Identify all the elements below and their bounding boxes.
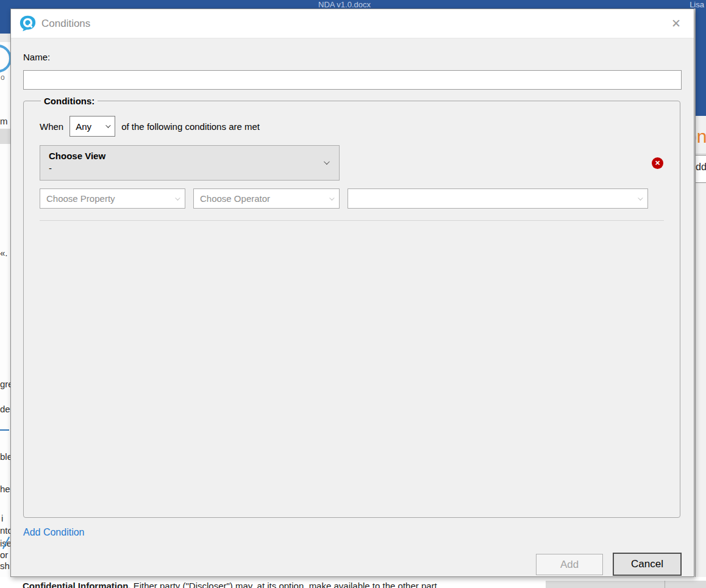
dialog-title: Conditions <box>41 18 90 30</box>
doc-fragment: or <box>0 550 8 560</box>
word-titlebar: NDA v1.0.docx Lisa <box>0 0 706 9</box>
doc-fragment: m <box>0 117 8 126</box>
conditions-dialog: Conditions ✕ Name: Conditions: When Any … <box>10 9 694 577</box>
view-select-value: - <box>49 163 330 173</box>
condition-block: Choose View - ✕ <box>40 145 664 181</box>
doc-fragment: nto <box>0 526 10 536</box>
conditions-legend: Conditions: <box>41 96 98 106</box>
screen: NDA v1.0.docx Lisa o m «. gre de ble he … <box>0 0 706 588</box>
dialog-body: Name: Conditions: When Any of the follow… <box>11 52 694 538</box>
doc-fragment: gre <box>0 379 10 389</box>
view-select-label: Choose View <box>49 151 330 161</box>
background-scrollbar-area <box>546 581 706 588</box>
cancel-button[interactable]: Cancel <box>613 553 682 576</box>
pane-separator <box>696 154 706 154</box>
doc-fragment: o <box>1 73 5 82</box>
doc-fragment: i <box>1 514 3 523</box>
background-document-bottom: Confidential Information. Either party (… <box>0 577 706 588</box>
doc-fragment: sh <box>0 561 10 571</box>
background-taskpane-right: on dd. <box>695 0 706 588</box>
taskpane-blue-edge <box>696 0 706 116</box>
match-mode-select[interactable]: Any <box>70 116 115 137</box>
document-title: NDA v1.0.docx <box>318 0 371 9</box>
condition-divider <box>40 220 664 221</box>
pane-circle-logo-icon <box>0 41 10 76</box>
operator-placeholder: Choose Operator <box>200 193 270 204</box>
name-input[interactable] <box>23 70 682 90</box>
match-mode-value: Any <box>76 121 91 132</box>
pane-add-button-fragment: dd. <box>696 155 706 183</box>
doc-fragment: «. <box>0 248 8 258</box>
chevron-down-icon <box>329 195 334 200</box>
name-label: Name: <box>23 52 682 62</box>
condition-fields-row: Choose Property Choose Operator <box>40 188 664 209</box>
view-select[interactable]: Choose View - <box>40 145 340 181</box>
dialog-titlebar: Conditions ✕ <box>11 9 694 38</box>
match-mode-row: When Any of the following conditions are… <box>40 116 664 137</box>
app-logo-icon <box>20 15 36 32</box>
background-document-left: o m «. gre de ble he i nto ise or sh <box>0 0 10 588</box>
property-select[interactable]: Choose Property <box>40 188 185 209</box>
close-button[interactable]: ✕ <box>667 15 685 33</box>
pane-heading-fragment: on <box>695 126 706 147</box>
value-select[interactable] <box>348 188 648 209</box>
doc-bottom-line-bold: Confidential Information. <box>23 581 131 588</box>
conditions-fieldset: Conditions: When Any of the following co… <box>23 96 680 518</box>
chevron-down-icon <box>175 195 180 200</box>
add-condition-link[interactable]: Add Condition <box>23 527 85 538</box>
doc-fragment: ble <box>0 452 10 462</box>
doc-hyperlink-underline <box>0 429 9 431</box>
operator-select[interactable]: Choose Operator <box>193 188 340 209</box>
add-button[interactable]: Add <box>536 554 603 575</box>
background-selection-band <box>0 129 10 144</box>
when-suffix-label: of the following conditions are met <box>121 121 260 132</box>
when-label: When <box>40 121 63 132</box>
doc-bottom-line-rest: Either party ("Discloser") may, at its o… <box>131 581 437 588</box>
delete-icon: ✕ <box>655 159 660 167</box>
property-placeholder: Choose Property <box>46 193 115 204</box>
background-band <box>0 34 10 42</box>
chevron-down-icon <box>105 123 110 127</box>
doc-fragment: he <box>0 484 10 494</box>
background-divider <box>665 581 665 588</box>
doc-fragment: de <box>0 404 10 414</box>
doc-bottom-line: Confidential Information. Either party (… <box>23 580 437 588</box>
close-icon: ✕ <box>671 17 681 30</box>
user-name: Lisa <box>690 0 704 9</box>
chevron-down-icon <box>638 195 643 200</box>
delete-condition-button[interactable]: ✕ <box>652 157 663 169</box>
